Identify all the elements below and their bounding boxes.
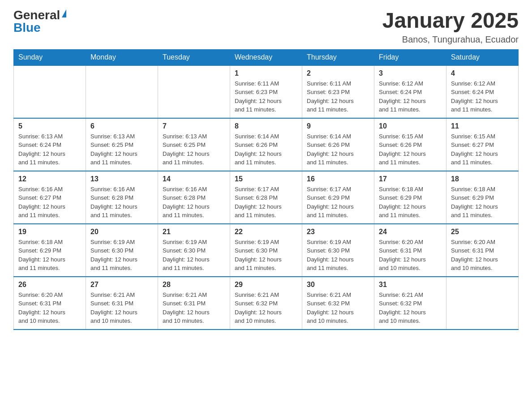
day-info: Sunrise: 6:18 AMSunset: 6:29 PMDaylight:… bbox=[18, 238, 81, 273]
calendar-cell: 19Sunrise: 6:18 AMSunset: 6:29 PMDayligh… bbox=[14, 224, 86, 277]
calendar-cell: 13Sunrise: 6:16 AMSunset: 6:28 PMDayligh… bbox=[86, 171, 158, 224]
day-number: 18 bbox=[451, 175, 514, 183]
day-number: 8 bbox=[235, 122, 297, 130]
day-info: Sunrise: 6:11 AMSunset: 6:23 PMDaylight:… bbox=[235, 79, 297, 114]
location-text: Banos, Tungurahua, Ecuador bbox=[382, 34, 519, 45]
day-number: 21 bbox=[163, 228, 225, 236]
day-of-week-header: Thursday bbox=[302, 49, 374, 65]
day-number: 31 bbox=[379, 281, 442, 289]
day-info: Sunrise: 6:14 AMSunset: 6:26 PMDaylight:… bbox=[235, 132, 297, 167]
day-of-week-header: Tuesday bbox=[158, 49, 230, 65]
calendar-cell: 15Sunrise: 6:17 AMSunset: 6:28 PMDayligh… bbox=[230, 171, 302, 224]
calendar-cell: 29Sunrise: 6:21 AMSunset: 6:32 PMDayligh… bbox=[230, 277, 302, 330]
calendar-cell bbox=[86, 65, 158, 118]
logo: General Blue bbox=[13, 9, 66, 34]
day-info: Sunrise: 6:17 AMSunset: 6:28 PMDaylight:… bbox=[235, 185, 297, 220]
day-number: 11 bbox=[451, 122, 514, 130]
calendar-cell: 3Sunrise: 6:12 AMSunset: 6:24 PMDaylight… bbox=[374, 65, 446, 118]
calendar-week-row: 19Sunrise: 6:18 AMSunset: 6:29 PMDayligh… bbox=[14, 224, 519, 277]
calendar-cell: 14Sunrise: 6:16 AMSunset: 6:28 PMDayligh… bbox=[158, 171, 230, 224]
day-number: 16 bbox=[307, 175, 369, 183]
logo-triangle-icon bbox=[62, 9, 66, 17]
page-header: General Blue January 2025 Banos, Tungura… bbox=[13, 9, 519, 45]
calendar-cell: 31Sunrise: 6:21 AMSunset: 6:32 PMDayligh… bbox=[374, 277, 446, 330]
day-of-week-header: Saturday bbox=[446, 49, 519, 65]
logo-blue-text: Blue bbox=[13, 21, 41, 34]
calendar-cell: 21Sunrise: 6:19 AMSunset: 6:30 PMDayligh… bbox=[158, 224, 230, 277]
day-info: Sunrise: 6:16 AMSunset: 6:27 PMDaylight:… bbox=[18, 185, 81, 220]
calendar-cell: 16Sunrise: 6:17 AMSunset: 6:29 PMDayligh… bbox=[302, 171, 374, 224]
day-info: Sunrise: 6:18 AMSunset: 6:29 PMDaylight:… bbox=[451, 185, 514, 220]
day-number: 20 bbox=[90, 228, 153, 236]
day-info: Sunrise: 6:21 AMSunset: 6:31 PMDaylight:… bbox=[90, 291, 153, 325]
day-of-week-header: Sunday bbox=[14, 49, 86, 65]
day-number: 25 bbox=[451, 228, 514, 236]
day-info: Sunrise: 6:20 AMSunset: 6:31 PMDaylight:… bbox=[18, 291, 81, 325]
calendar-cell bbox=[446, 277, 519, 330]
day-info: Sunrise: 6:21 AMSunset: 6:32 PMDaylight:… bbox=[307, 291, 369, 325]
day-info: Sunrise: 6:20 AMSunset: 6:31 PMDaylight:… bbox=[451, 238, 514, 273]
calendar-week-row: 12Sunrise: 6:16 AMSunset: 6:27 PMDayligh… bbox=[14, 171, 519, 224]
day-number: 17 bbox=[379, 175, 442, 183]
day-of-week-header: Monday bbox=[86, 49, 158, 65]
day-number: 7 bbox=[163, 122, 225, 130]
day-info: Sunrise: 6:19 AMSunset: 6:30 PMDaylight:… bbox=[235, 238, 297, 273]
day-number: 19 bbox=[18, 228, 81, 236]
calendar-cell: 2Sunrise: 6:11 AMSunset: 6:23 PMDaylight… bbox=[302, 65, 374, 118]
calendar-cell: 8Sunrise: 6:14 AMSunset: 6:26 PMDaylight… bbox=[230, 118, 302, 171]
calendar-cell: 27Sunrise: 6:21 AMSunset: 6:31 PMDayligh… bbox=[86, 277, 158, 330]
calendar-week-row: 26Sunrise: 6:20 AMSunset: 6:31 PMDayligh… bbox=[14, 277, 519, 330]
day-of-week-header: Wednesday bbox=[230, 49, 302, 65]
day-info: Sunrise: 6:15 AMSunset: 6:27 PMDaylight:… bbox=[451, 132, 514, 167]
calendar-cell bbox=[14, 65, 86, 118]
day-info: Sunrise: 6:21 AMSunset: 6:32 PMDaylight:… bbox=[379, 291, 442, 325]
day-number: 9 bbox=[307, 122, 369, 130]
day-info: Sunrise: 6:19 AMSunset: 6:30 PMDaylight:… bbox=[90, 238, 153, 273]
day-number: 13 bbox=[90, 175, 153, 183]
day-number: 14 bbox=[163, 175, 225, 183]
calendar-cell: 30Sunrise: 6:21 AMSunset: 6:32 PMDayligh… bbox=[302, 277, 374, 330]
calendar-week-row: 1Sunrise: 6:11 AMSunset: 6:23 PMDaylight… bbox=[14, 65, 519, 118]
day-info: Sunrise: 6:17 AMSunset: 6:29 PMDaylight:… bbox=[307, 185, 369, 220]
calendar-cell: 17Sunrise: 6:18 AMSunset: 6:29 PMDayligh… bbox=[374, 171, 446, 224]
calendar-cell: 4Sunrise: 6:12 AMSunset: 6:24 PMDaylight… bbox=[446, 65, 519, 118]
calendar-cell: 10Sunrise: 6:15 AMSunset: 6:26 PMDayligh… bbox=[374, 118, 446, 171]
day-info: Sunrise: 6:20 AMSunset: 6:31 PMDaylight:… bbox=[379, 238, 442, 273]
calendar-cell: 7Sunrise: 6:13 AMSunset: 6:25 PMDaylight… bbox=[158, 118, 230, 171]
calendar-cell: 20Sunrise: 6:19 AMSunset: 6:30 PMDayligh… bbox=[86, 224, 158, 277]
calendar-cell: 11Sunrise: 6:15 AMSunset: 6:27 PMDayligh… bbox=[446, 118, 519, 171]
calendar-cell: 12Sunrise: 6:16 AMSunset: 6:27 PMDayligh… bbox=[14, 171, 86, 224]
day-number: 10 bbox=[379, 122, 442, 130]
day-number: 26 bbox=[18, 281, 81, 289]
day-number: 22 bbox=[235, 228, 297, 236]
day-number: 29 bbox=[235, 281, 297, 289]
calendar-cell: 24Sunrise: 6:20 AMSunset: 6:31 PMDayligh… bbox=[374, 224, 446, 277]
day-info: Sunrise: 6:21 AMSunset: 6:31 PMDaylight:… bbox=[163, 291, 225, 325]
day-info: Sunrise: 6:12 AMSunset: 6:24 PMDaylight:… bbox=[379, 79, 442, 114]
calendar-cell: 5Sunrise: 6:13 AMSunset: 6:24 PMDaylight… bbox=[14, 118, 86, 171]
day-number: 23 bbox=[307, 228, 369, 236]
day-number: 27 bbox=[90, 281, 153, 289]
day-info: Sunrise: 6:14 AMSunset: 6:26 PMDaylight:… bbox=[307, 132, 369, 167]
title-section: January 2025 Banos, Tungurahua, Ecuador bbox=[382, 9, 519, 45]
day-number: 1 bbox=[235, 69, 297, 77]
calendar-cell: 1Sunrise: 6:11 AMSunset: 6:23 PMDaylight… bbox=[230, 65, 302, 118]
calendar-cell: 18Sunrise: 6:18 AMSunset: 6:29 PMDayligh… bbox=[446, 171, 519, 224]
day-info: Sunrise: 6:19 AMSunset: 6:30 PMDaylight:… bbox=[163, 238, 225, 273]
day-info: Sunrise: 6:11 AMSunset: 6:23 PMDaylight:… bbox=[307, 79, 369, 114]
calendar-cell: 9Sunrise: 6:14 AMSunset: 6:26 PMDaylight… bbox=[302, 118, 374, 171]
calendar-cell: 6Sunrise: 6:13 AMSunset: 6:25 PMDaylight… bbox=[86, 118, 158, 171]
day-number: 3 bbox=[379, 69, 442, 77]
day-number: 6 bbox=[90, 122, 153, 130]
day-info: Sunrise: 6:18 AMSunset: 6:29 PMDaylight:… bbox=[379, 185, 442, 220]
day-number: 28 bbox=[163, 281, 225, 289]
day-info: Sunrise: 6:16 AMSunset: 6:28 PMDaylight:… bbox=[90, 185, 153, 220]
day-number: 2 bbox=[307, 69, 369, 77]
day-of-week-header: Friday bbox=[374, 49, 446, 65]
logo-general-text: General bbox=[13, 9, 60, 21]
day-info: Sunrise: 6:12 AMSunset: 6:24 PMDaylight:… bbox=[451, 79, 514, 114]
calendar-cell: 28Sunrise: 6:21 AMSunset: 6:31 PMDayligh… bbox=[158, 277, 230, 330]
day-number: 4 bbox=[451, 69, 514, 77]
calendar-cell bbox=[158, 65, 230, 118]
calendar-cell: 23Sunrise: 6:19 AMSunset: 6:30 PMDayligh… bbox=[302, 224, 374, 277]
